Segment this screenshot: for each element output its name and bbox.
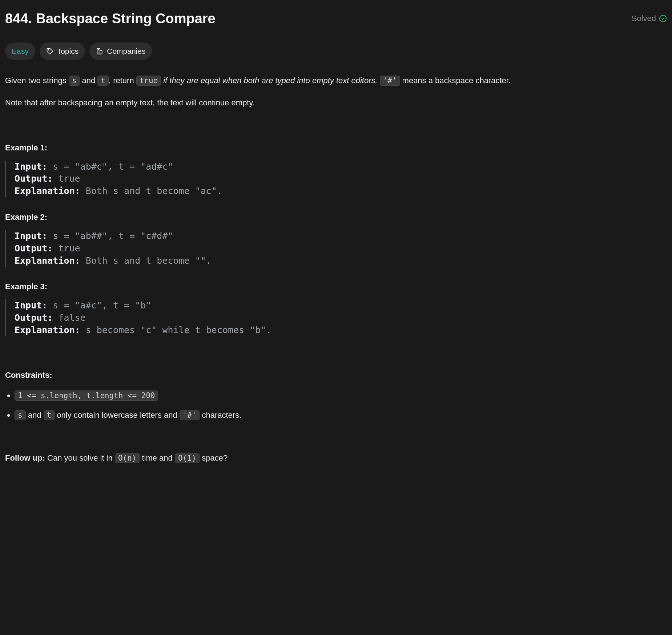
example-1-label: Example 1:	[5, 142, 667, 154]
solved-status: Solved	[632, 12, 667, 25]
svg-point-0	[660, 15, 666, 22]
example-3-explanation: s becomes "c" while t becomes "b".	[80, 325, 272, 335]
italic-clause: if they are equal when both are typed in…	[161, 76, 378, 85]
tag-icon	[46, 48, 53, 55]
constraint-2-t: t	[44, 410, 55, 420]
problem-title: 844. Backspace String Compare	[5, 8, 216, 29]
constraint-2-s: s	[15, 410, 26, 420]
followup: Follow up: Can you solve it in O(n) time…	[5, 452, 667, 464]
input-label: Input:	[15, 300, 47, 311]
svg-rect-3	[100, 50, 102, 54]
output-label: Output:	[15, 243, 53, 254]
code-t: t	[97, 76, 109, 86]
code-s: s	[69, 76, 80, 86]
example-2-label: Example 2:	[5, 211, 667, 223]
example-2-explanation: Both s and t become "".	[80, 255, 212, 266]
companies-label: Companies	[107, 45, 145, 57]
difficulty-chip[interactable]: Easy	[5, 43, 35, 60]
topics-label: Topics	[57, 45, 79, 57]
example-3-block: Input: s = "a#c", t = "b" Output: false …	[5, 299, 667, 336]
example-1-input: s = "ab#c", t = "ad#c"	[47, 161, 173, 172]
problem-description-2: Note that after backspacing an empty tex…	[5, 97, 667, 109]
check-circle-icon	[659, 15, 667, 23]
output-label: Output:	[15, 173, 53, 184]
building-icon	[96, 48, 103, 55]
svg-point-1	[48, 50, 49, 50]
constraint-1-code: 1 <= s.length, t.length <= 200	[15, 391, 158, 401]
code-hash: '#'	[380, 76, 400, 86]
explanation-label: Explanation:	[15, 186, 80, 196]
constraints-list: 1 <= s.length, t.length <= 200 s and t o…	[5, 389, 667, 421]
example-1-block: Input: s = "ab#c", t = "ad#c" Output: tr…	[5, 161, 667, 197]
chip-row: Easy Topics Companies	[5, 43, 667, 60]
example-1-explanation: Both s and t become "ac".	[80, 186, 222, 196]
code-true: true	[136, 76, 161, 86]
example-3-label: Example 3:	[5, 280, 667, 293]
constraint-2: s and t only contain lowercase letters a…	[15, 409, 667, 421]
constraint-1: 1 <= s.length, t.length <= 200	[15, 389, 667, 402]
example-2-output: true	[53, 243, 80, 254]
followup-label: Follow up:	[5, 453, 45, 462]
problem-description-1: Given two strings s and t, return true i…	[5, 74, 667, 87]
explanation-label: Explanation:	[15, 325, 80, 335]
constraint-2-hash: '#'	[180, 410, 200, 420]
example-2-block: Input: s = "ab##", t = "c#d#" Output: tr…	[5, 230, 667, 267]
example-1-output: true	[53, 173, 80, 184]
output-label: Output:	[15, 312, 53, 323]
constraints-title: Constraints:	[5, 369, 667, 381]
topics-chip[interactable]: Topics	[40, 43, 85, 60]
solved-label: Solved	[632, 12, 656, 25]
example-2-input: s = "ab##", t = "c#d#"	[47, 231, 173, 241]
example-3-output: false	[53, 312, 85, 323]
code-on: O(n)	[115, 453, 140, 463]
example-3-input: s = "a#c", t = "b"	[47, 300, 151, 311]
input-label: Input:	[15, 231, 47, 241]
input-label: Input:	[15, 161, 47, 172]
explanation-label: Explanation:	[15, 255, 80, 266]
companies-chip[interactable]: Companies	[89, 43, 152, 60]
title-row: 844. Backspace String Compare Solved	[5, 8, 667, 29]
code-o1: O(1)	[175, 453, 200, 463]
